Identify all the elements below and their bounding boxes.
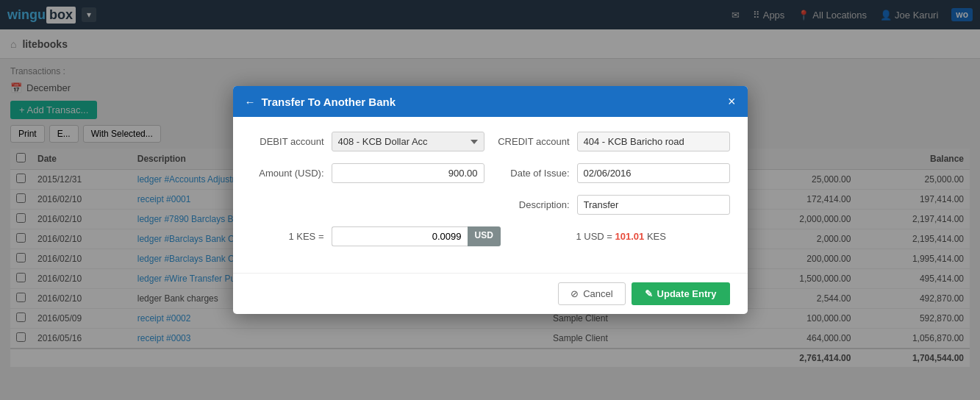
dialog-body: DEBIT account 408 - KCB Dollar Acc 401 -… [233, 117, 748, 273]
exchange-input-group: USD [332, 226, 501, 246]
exchange-left: 1 KES = USD [251, 226, 501, 246]
update-entry-button[interactable]: ✎ Update Entry [632, 282, 730, 305]
credit-group: CREDIT account [496, 132, 730, 151]
description-group: Description: [496, 195, 730, 215]
modal-overlay: ← Transfer To Another Bank × DEBIT accou… [0, 0, 980, 375]
exchange-rate-suffix: KES [644, 231, 666, 242]
cancel-button[interactable]: ⊘ Cancel [558, 282, 625, 305]
dialog-header: ← Transfer To Another Bank × [233, 86, 748, 117]
dialog-footer: ⊘ Cancel ✎ Update Entry [233, 273, 748, 314]
date-label: Date of Issue: [496, 168, 570, 179]
update-label: Update Entry [657, 288, 717, 299]
description-input[interactable] [577, 195, 730, 215]
update-icon: ✎ [645, 288, 653, 299]
debit-group: DEBIT account 408 - KCB Dollar Acc 401 -… [251, 132, 484, 151]
credit-account-input [577, 132, 730, 151]
debit-label: DEBIT account [251, 136, 324, 147]
cancel-icon: ⊘ [571, 288, 579, 299]
exchange-row: 1 KES = USD 1 USD = 101.01 KES [251, 226, 730, 246]
exchange-label: 1 KES = [251, 231, 324, 242]
amount-input[interactable] [332, 163, 484, 183]
cancel-label: Cancel [583, 288, 612, 299]
exchange-rate-prefix: 1 USD = [576, 231, 615, 242]
account-row: DEBIT account 408 - KCB Dollar Acc 401 -… [251, 132, 730, 151]
exchange-rate-highlight: 101.01 [615, 231, 645, 242]
exchange-currency-badge: USD [468, 226, 501, 246]
amount-label: Amount (USD): [251, 168, 324, 179]
date-group: Date of Issue: [496, 163, 730, 183]
exchange-rate-input[interactable] [332, 226, 468, 246]
transfer-dialog: ← Transfer To Another Bank × DEBIT accou… [233, 86, 748, 314]
dialog-close-button[interactable]: × [728, 95, 736, 108]
description-label: Description: [496, 199, 570, 210]
description-row: Description: [251, 195, 730, 215]
back-arrow-icon[interactable]: ← [245, 96, 256, 108]
date-input[interactable] [577, 163, 730, 183]
amount-date-row: Amount (USD): Date of Issue: [251, 163, 730, 183]
debit-account-select[interactable]: 408 - KCB Dollar Acc 401 - Cash Account … [332, 132, 484, 151]
credit-label: CREDIT account [496, 136, 570, 147]
exchange-rate-display: 1 USD = 101.01 KES [512, 231, 730, 242]
dialog-title: Transfer To Another Bank [262, 96, 396, 108]
amount-group: Amount (USD): [251, 163, 484, 183]
